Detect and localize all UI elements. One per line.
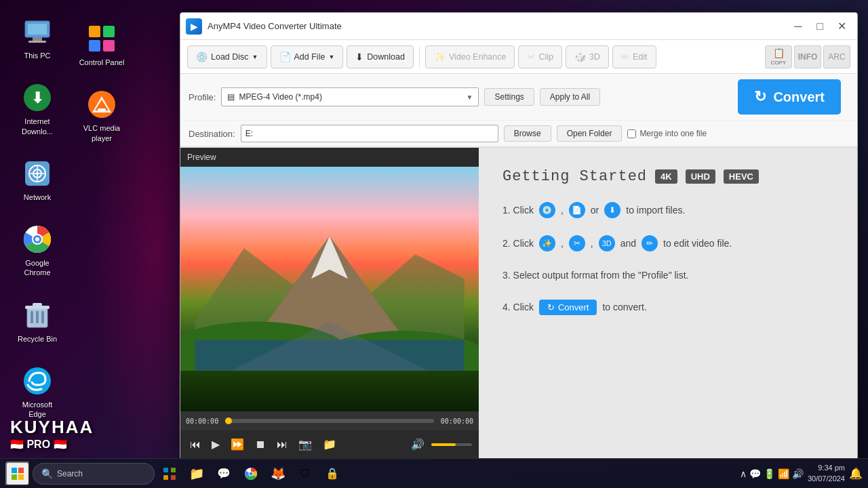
start-button[interactable]: [5, 462, 30, 486]
maximize-button[interactable]: □: [810, 17, 830, 36]
svg-rect-25: [89, 40, 100, 52]
3d-button[interactable]: 🎲 3D: [566, 45, 609, 68]
edit-button[interactable]: ✏ Edit: [612, 45, 656, 68]
desktop-icon-edge[interactable]: MicrosoftEdge: [7, 359, 68, 425]
download-button[interactable]: ⬇ Download: [347, 45, 414, 68]
svg-rect-26: [103, 40, 115, 52]
mini-convert-icon: ↻: [547, 302, 555, 312]
volume-slider[interactable]: [431, 443, 472, 446]
close-button[interactable]: ✕: [831, 17, 852, 36]
profile-select[interactable]: ▤ MPEG-4 Video (*.mp4) ▼: [221, 87, 479, 106]
skip-forward-button[interactable]: ⏭: [274, 436, 290, 453]
video-enhance-button[interactable]: ✨ Video Enhance: [425, 45, 515, 68]
play-button[interactable]: ▶: [209, 436, 222, 453]
taskbar-icon-chrome[interactable]: [239, 462, 263, 486]
recycle-label: Recycle Bin: [18, 334, 57, 344]
desktop-icon-controlpanel[interactable]: Control Panel: [71, 17, 132, 73]
merge-checkbox-label[interactable]: Merge into one file: [627, 129, 707, 138]
thispc-label: This PC: [24, 51, 50, 60]
copy-icon: 📋: [773, 47, 785, 58]
svg-rect-38: [12, 468, 17, 473]
screenshot-button[interactable]: 📷: [296, 436, 315, 453]
gs-step-3-text: 3. Select output format from the "Profil…: [502, 268, 689, 283]
tray-chat-icon[interactable]: 💬: [749, 468, 761, 479]
taskbar-icon-lock[interactable]: 🔒: [320, 462, 344, 486]
mountain-svg: [180, 199, 479, 371]
chevron-up-icon[interactable]: ∧: [740, 468, 747, 479]
fast-forward-button[interactable]: ⏩: [228, 436, 247, 453]
recycle-icon: [21, 299, 54, 331]
apply-to-all-button[interactable]: Apply to All: [540, 88, 600, 106]
app-window: ▶ AnyMP4 Video Converter Ultimate ─ □ ✕ …: [180, 12, 858, 460]
tray-volume-icon[interactable]: 🔊: [792, 468, 804, 479]
controlpanel-label: Control Panel: [79, 58, 125, 67]
taskbar-icon-shield[interactable]: 🛡: [293, 462, 317, 486]
gs-step-1: 1. Click 💿 , 📄 or ⬇ to import files.: [502, 202, 833, 218]
gs-step-2: 2. Click ✨ , ✂ , 3D and ✏ to edit video …: [502, 235, 833, 251]
notification-icon[interactable]: 🔔: [849, 467, 863, 480]
copy-btn[interactable]: 📋 COPY: [765, 45, 792, 68]
network-icon: [21, 157, 54, 190]
desktop-icon-chrome[interactable]: GoogleChrome: [7, 218, 68, 283]
desktop-icon-vlc[interactable]: VLC mediaplayer: [71, 83, 132, 148]
profile-dropdown-arrow: ▼: [467, 94, 473, 101]
svg-rect-24: [103, 26, 115, 37]
taskbar-icon-explorer[interactable]: 📁: [184, 462, 209, 486]
taskbar-icon-firefox[interactable]: 🦊: [266, 462, 290, 486]
add-file-icon: 📄: [279, 52, 291, 62]
load-disc-icon: 💿: [196, 52, 208, 62]
svg-rect-45: [171, 475, 176, 480]
mini-convert-button[interactable]: ↻ Convert: [539, 300, 597, 315]
add-file-button[interactable]: 📄 Add File ▼: [271, 45, 344, 68]
volume-icon[interactable]: 🔊: [408, 436, 427, 453]
toolbar: 💿 Load Disc ▼ 📄 Add File ▼ ⬇ Download ✨ …: [180, 40, 857, 74]
controlpanel-icon: [85, 22, 118, 55]
tray-wifi-icon[interactable]: 📶: [778, 468, 789, 479]
desktop-icon-network[interactable]: Network: [7, 152, 68, 207]
desktop-icon-idm[interactable]: ⬇ InternetDownlo...: [7, 76, 68, 142]
edit-icon: ✏: [621, 52, 629, 62]
convert-button-large[interactable]: ↻ Convert: [738, 79, 841, 115]
edge-icon: [21, 365, 54, 397]
svg-rect-43: [171, 468, 176, 472]
clip-button[interactable]: ✂ Clip: [518, 45, 562, 68]
arc-icon: ARC: [828, 52, 845, 62]
svg-rect-19: [41, 311, 44, 323]
svg-rect-40: [12, 474, 17, 480]
taskbar-icon-chat[interactable]: 💬: [212, 462, 236, 486]
skip-back-button[interactable]: ⏮: [187, 436, 203, 453]
stop-button[interactable]: ⏹: [252, 436, 269, 453]
vlc-label: VLC mediaplayer: [83, 123, 120, 143]
merge-checkbox-input[interactable]: [627, 129, 636, 138]
svg-text:⬇: ⬇: [31, 89, 43, 106]
minimize-button[interactable]: ─: [788, 17, 808, 36]
mini-convert-label: Convert: [558, 302, 589, 312]
taskbar-search[interactable]: 🔍 Search: [33, 463, 155, 485]
browse-button[interactable]: Browse: [504, 125, 551, 142]
desktop-icon-recycle[interactable]: Recycle Bin: [7, 293, 68, 349]
time-current: 00:00:00: [186, 418, 218, 425]
step2-comma2: ,: [591, 237, 593, 251]
profile-select-value: MPEG-4 Video (*.mp4): [239, 92, 322, 102]
getting-started-panel: Getting Started 4K UHD HEVC 1. Click 💿 ,…: [479, 148, 857, 459]
folder-button[interactable]: 📁: [320, 436, 339, 453]
arc-btn[interactable]: ARC: [823, 45, 850, 68]
load-disc-button[interactable]: 💿 Load Disc ▼: [187, 45, 267, 68]
taskbar-time[interactable]: 9:34 pm 30/07/2024: [808, 463, 845, 484]
taskbar-icon-widgets[interactable]: [157, 462, 182, 486]
tray-battery-icon[interactable]: 🔋: [764, 468, 775, 479]
info-btn[interactable]: INFO: [794, 45, 821, 68]
destination-input[interactable]: [241, 125, 498, 142]
settings-button[interactable]: Settings: [484, 88, 534, 106]
convert-label-large: Convert: [773, 89, 825, 105]
title-bar: ▶ AnyMP4 Video Converter Ultimate ─ □ ✕: [180, 13, 857, 40]
kuyhaa-watermark: KUYHAA 🇮🇩 PRO 🇮🇩: [10, 417, 94, 451]
window-controls: ─ □ ✕: [788, 17, 852, 36]
step2-clip-icon: ✂: [569, 235, 585, 251]
idm-label: InternetDownlo...: [22, 117, 53, 136]
chrome-icon: [21, 223, 54, 256]
progress-bar[interactable]: [225, 419, 434, 423]
desktop-icon-thispc[interactable]: This PC: [7, 10, 68, 66]
open-folder-button[interactable]: Open Folder: [557, 125, 623, 142]
svg-rect-1: [28, 24, 47, 35]
